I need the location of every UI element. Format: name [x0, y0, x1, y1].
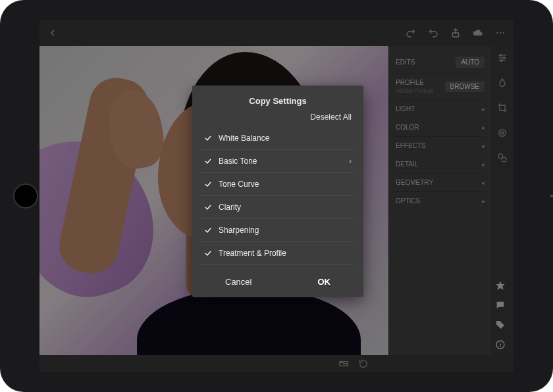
section-label: OPTICS — [396, 197, 420, 205]
tag-icon[interactable] — [495, 320, 506, 330]
panel-section-effects[interactable]: EFFECTS◂ — [396, 137, 485, 155]
right-bottom-icons — [491, 280, 510, 350]
chevron-right-icon: › — [349, 157, 352, 166]
crop-icon[interactable] — [497, 103, 508, 113]
photo-dress — [137, 287, 361, 355]
setting-basic-tone[interactable]: Basic Tone › — [201, 150, 354, 173]
setting-label: White Balance — [219, 134, 352, 143]
section-label: GEOMETRY — [396, 179, 433, 186]
deselect-all-button[interactable]: Deselect All — [192, 112, 363, 127]
browse-button[interactable]: BROWSE — [445, 81, 485, 92]
info-icon[interactable] — [495, 339, 506, 350]
panel-row-profile: PROFILE Adobe Portrait BROWSE — [396, 74, 485, 100]
caret-icon: ◂ — [481, 161, 485, 168]
svg-point-12 — [498, 154, 503, 159]
adjust-icon[interactable] — [497, 153, 508, 163]
ok-button[interactable]: OK — [317, 277, 330, 287]
panel-section-light[interactable]: LIGHT◂ — [396, 100, 485, 118]
svg-point-2 — [500, 32, 501, 34]
reset-icon[interactable] — [358, 358, 369, 369]
setting-white-balance[interactable]: White Balance — [201, 127, 354, 150]
panel-section-optics[interactable]: OPTICS◂ — [396, 192, 485, 210]
setting-label: Treatment & Profile — [219, 249, 352, 258]
redo-icon[interactable] — [406, 28, 416, 38]
svg-point-3 — [503, 32, 504, 34]
edits-label: EDITS — [396, 59, 415, 66]
setting-label: Clarity — [219, 203, 352, 212]
section-label: EFFECTS — [396, 142, 426, 149]
droplet-icon[interactable] — [497, 78, 508, 88]
section-label: DETAIL — [396, 160, 418, 168]
undo-icon[interactable] — [428, 28, 438, 38]
section-label: COLOR — [396, 124, 419, 131]
svg-point-13 — [502, 157, 506, 162]
setting-label: Tone Curve — [219, 180, 352, 189]
panel-row-edits: EDITS AUTO — [396, 51, 485, 74]
panel-section-color[interactable]: COLOR◂ — [396, 118, 485, 137]
target-icon[interactable] — [497, 128, 508, 138]
cloud-icon[interactable] — [473, 28, 483, 38]
caret-icon: ◂ — [481, 180, 485, 186]
check-icon — [204, 203, 212, 211]
setting-clarity[interactable]: Clarity — [201, 196, 354, 219]
more-icon[interactable] — [495, 28, 506, 38]
svg-point-11 — [501, 132, 504, 134]
check-icon — [204, 226, 212, 234]
svg-marker-14 — [496, 281, 504, 289]
setting-label: Basic Tone — [219, 157, 342, 166]
svg-point-17 — [500, 342, 500, 343]
comment-icon[interactable] — [495, 300, 506, 310]
caret-icon: ◂ — [481, 143, 485, 149]
caret-icon: ◂ — [481, 198, 485, 205]
check-icon — [204, 180, 212, 188]
check-icon — [204, 249, 212, 257]
setting-label: Sharpening — [219, 226, 352, 235]
setting-sharpening[interactable]: Sharpening — [201, 219, 354, 242]
check-icon — [204, 134, 212, 142]
section-label: LIGHT — [396, 105, 415, 112]
svg-point-10 — [499, 130, 506, 137]
panel-section-geometry[interactable]: GEOMETRY◂ — [396, 174, 485, 192]
bottom-toolbar — [40, 355, 514, 372]
profile-label: PROFILE — [396, 79, 434, 86]
back-icon[interactable] — [47, 28, 58, 38]
ipad-frame: EDITS AUTO PROFILE Adobe Portrait BROWSE… — [0, 0, 553, 392]
star-icon[interactable] — [495, 280, 506, 291]
cancel-button[interactable]: Cancel — [225, 277, 251, 287]
auto-button[interactable]: AUTO — [456, 57, 485, 68]
caret-icon: ◂ — [481, 106, 485, 112]
caret-icon: ◂ — [481, 124, 485, 131]
share-icon[interactable] — [450, 28, 461, 38]
setting-tone-curve[interactable]: Tone Curve — [201, 173, 354, 196]
panel-section-detail[interactable]: DETAIL◂ — [396, 155, 485, 174]
modal-title: Copy Settings — [192, 86, 363, 112]
side-button — [550, 195, 553, 197]
svg-point-1 — [496, 32, 498, 34]
check-icon — [204, 157, 212, 165]
copy-settings-modal: Copy Settings Deselect All White Balance… — [192, 86, 363, 297]
setting-treatment-profile[interactable]: Treatment & Profile — [201, 242, 354, 265]
filmstrip-icon[interactable] — [338, 358, 349, 369]
top-toolbar — [40, 20, 514, 46]
modal-list: White Balance Basic Tone › Tone Curve Cl… — [192, 127, 363, 265]
sliders-icon[interactable] — [497, 53, 508, 63]
modal-actions: Cancel OK — [192, 265, 363, 297]
home-button[interactable] — [13, 184, 38, 208]
app-screen: EDITS AUTO PROFILE Adobe Portrait BROWSE… — [40, 20, 514, 372]
profile-value: Adobe Portrait — [396, 87, 434, 94]
